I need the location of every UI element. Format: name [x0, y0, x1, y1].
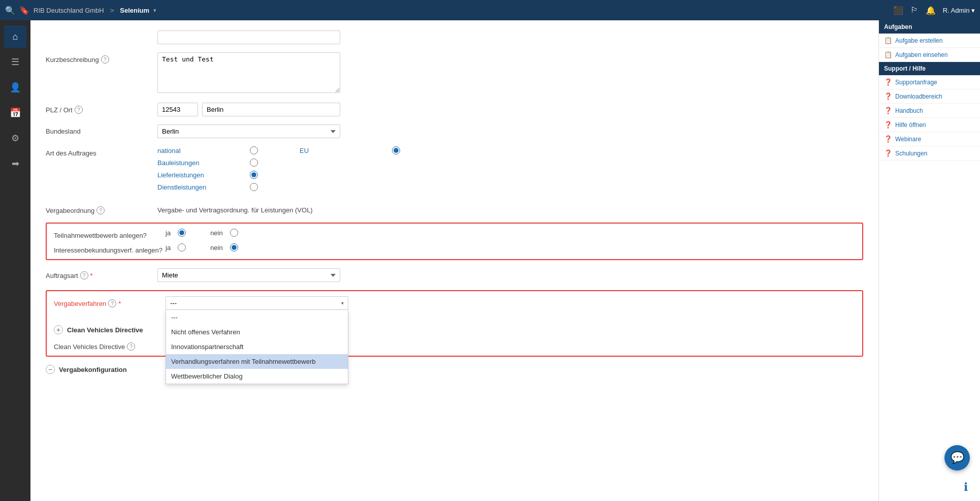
aufgabe-erstellen-label: Aufgabe erstellen	[895, 37, 942, 44]
teilnahme-nein-radio[interactable]	[230, 229, 238, 237]
kurzbeschreibung-textarea[interactable]: Test und Test	[157, 52, 340, 93]
handbuch-item[interactable]: ❓ Handbuch	[879, 104, 980, 118]
aufgaben-einsehen-label: Aufgaben einsehen	[895, 51, 948, 58]
bundesland-label: Bundesland	[46, 124, 157, 135]
national-radio[interactable]	[250, 146, 258, 154]
lieferleistungen-label: Lieferleistungen	[157, 171, 239, 179]
aufgaben-einsehen-icon: 📋	[884, 51, 892, 58]
bundesland-select[interactable]: Berlin Bayern Hamburg Hessen	[157, 124, 340, 138]
dienstleistungen-radio[interactable]	[250, 183, 258, 191]
aufgaben-einsehen-item[interactable]: 📋 Aufgaben einsehen	[879, 48, 980, 62]
plz-help-icon[interactable]: ?	[75, 106, 83, 114]
downloadbereich-item[interactable]: ❓ Downloadbereich	[879, 89, 980, 104]
downloadbereich-label: Downloadbereich	[895, 93, 942, 100]
bookmark-icon[interactable]: 🔖	[19, 6, 29, 15]
partial-input-wrapper	[157, 30, 340, 44]
bundesland-select-wrapper: Berlin Bayern Hamburg Hessen	[157, 124, 340, 138]
top-navigation: 🔍 🔖 RIB Deutschland GmbH > Selenium ▾ ⬛ …	[0, 0, 980, 20]
teilnahme-options: ja nein	[166, 229, 855, 237]
aufgabe-erstellen-item[interactable]: 📋 Aufgabe erstellen	[879, 34, 980, 48]
lieferleistungen-row: Lieferleistungen	[157, 171, 863, 179]
eu-radio[interactable]	[392, 146, 400, 154]
vergabekonfiguration-toggle-icon[interactable]: −	[46, 365, 55, 374]
auftragsart-help-icon[interactable]: ?	[80, 271, 88, 279]
teilnahme-label: Teilnahmewettbewerb anlegen?	[54, 229, 166, 239]
kurzbeschreibung-help-icon[interactable]: ?	[101, 55, 109, 64]
ort-input[interactable]	[202, 103, 340, 116]
dropdown-item-wettbewerblicher-dialog[interactable]: Wettbewerblicher Dialog	[166, 369, 348, 384]
lieferleistungen-radio[interactable]	[250, 171, 258, 179]
schulungen-item[interactable]: ❓ Schulungen	[879, 146, 980, 161]
left-sidebar: ⌂ ☰ 👤 📅 ⚙ ➡	[0, 20, 30, 501]
lieferleistungen-radio-col	[239, 171, 269, 179]
vergabeverfahren-dropdown-wrapper: --- ▾ --- Nicht offenes Verfahren Innova…	[166, 296, 348, 310]
auftragsart-select[interactable]: Miete Kauf Leasing	[157, 268, 340, 282]
sidebar-item-calendar[interactable]: 📅	[4, 102, 26, 124]
vergabeverfahren-dropdown-trigger[interactable]: --- ▾	[166, 296, 348, 310]
schulungen-icon: ❓	[884, 149, 892, 157]
auftragsart-row: Auftragsart ? * Miete Kauf Leasing	[46, 268, 863, 282]
national-radio-col	[239, 146, 269, 154]
downloadbereich-icon: ❓	[884, 92, 892, 100]
hilfe-oeffnen-item[interactable]: ❓ Hilfe öffnen	[879, 118, 980, 132]
interessenbekundung-label: Interessenbekundungsverf. anlegen?	[54, 243, 166, 254]
flag-icon[interactable]: 🏳	[910, 6, 919, 15]
sidebar-item-export[interactable]: ➡	[4, 152, 26, 175]
webinare-item[interactable]: ❓ Webinare	[879, 132, 980, 146]
sidebar-item-home[interactable]: ⌂	[4, 25, 26, 48]
support-header: Support / Hilfe	[879, 62, 980, 75]
art-des-auftrages-row: Art des Auftrages national EU	[46, 146, 863, 195]
dropdown-item-verhandlungsverfahren[interactable]: Verhandlungsverfahren mit Teilnahmewettb…	[166, 354, 348, 369]
vergabeordnung-label: Vergabeordnung ?	[46, 203, 157, 214]
teilnahme-row: Teilnahmewettbewerb anlegen? ja nein	[54, 229, 855, 239]
aufgabe-erstellen-icon: 📋	[884, 37, 892, 44]
dropdown-item-blank[interactable]: ---	[166, 310, 348, 325]
teilnahme-nein-label: nein	[210, 229, 223, 237]
teilnahme-ja-radio[interactable]	[178, 229, 186, 237]
user-menu[interactable]: R. Admin ▾	[943, 7, 975, 14]
project-dropdown-arrow[interactable]: ▾	[153, 7, 156, 14]
vergabeordnung-help-icon[interactable]: ?	[96, 206, 105, 214]
bauleistungen-radio[interactable]	[250, 159, 258, 167]
dropdown-item-innovationspartnerschaft[interactable]: Innovationspartnerschaft	[166, 339, 348, 354]
vergabeverfahren-box: Vergabeverfahren ? * --- ▾ --- Nicht off…	[46, 290, 863, 357]
vergabekonfiguration-label: Vergabekonfiguration	[59, 366, 127, 373]
supportanfrage-label: Supportanfrage	[895, 79, 937, 86]
cvd-toggle-icon[interactable]: +	[54, 325, 63, 334]
teilnahme-ja-label: ja	[166, 229, 171, 237]
webinare-label: Webinare	[895, 136, 921, 143]
kurzbeschreibung-row: Kurzbeschreibung ? Test und Test	[46, 52, 863, 95]
auftragsart-label: Auftragsart ? *	[46, 268, 157, 279]
vergabeverfahren-dropdown-menu: --- Nicht offenes Verfahren Innovationsp…	[166, 310, 348, 384]
teilnahme-box: Teilnahmewettbewerb anlegen? ja nein Int…	[46, 223, 863, 260]
national-label: national	[157, 147, 239, 154]
search-icon[interactable]: 🔍	[5, 6, 15, 15]
auftragsart-required: *	[90, 272, 93, 279]
vergabeverfahren-arrow-icon: ▾	[341, 300, 344, 306]
plz-ort-label: PLZ / Ort ?	[46, 103, 157, 114]
art-des-auftrages-options: national EU Bauleistungen	[157, 146, 863, 195]
sidebar-item-user[interactable]: 👤	[4, 76, 26, 99]
partial-input[interactable]	[157, 30, 340, 44]
webinare-icon: ❓	[884, 135, 892, 143]
info-fab[interactable]: ℹ	[964, 481, 968, 494]
chat-fab[interactable]: 💬	[944, 445, 970, 471]
supportanfrage-item[interactable]: ❓ Supportanfrage	[879, 75, 980, 89]
handbuch-icon: ❓	[884, 107, 892, 114]
art-des-auftrages-label: Art des Auftrages	[46, 146, 157, 157]
interessenbekundung-ja-radio[interactable]	[178, 243, 186, 252]
vergabeverfahren-help-icon[interactable]: ?	[108, 299, 116, 307]
dropdown-item-nicht-offenes[interactable]: Nicht offenes Verfahren	[166, 325, 348, 339]
apps-icon[interactable]: ⬛	[893, 6, 903, 15]
interessenbekundung-nein-radio[interactable]	[230, 243, 238, 252]
interessenbekundung-row: Interessenbekundungsverf. anlegen? ja ne…	[54, 243, 855, 254]
bell-icon[interactable]: 🔔	[926, 6, 936, 15]
bauleistungen-radio-col	[239, 159, 269, 167]
sidebar-item-menu[interactable]: ☰	[4, 51, 26, 73]
sidebar-item-settings[interactable]: ⚙	[4, 127, 26, 149]
interessenbekundung-ja-label: ja	[166, 244, 171, 252]
schulungen-label: Schulungen	[895, 150, 927, 157]
cvd-help-icon[interactable]: ?	[127, 342, 135, 351]
plz-input[interactable]	[157, 103, 198, 116]
project-label[interactable]: Selenium	[120, 7, 149, 14]
